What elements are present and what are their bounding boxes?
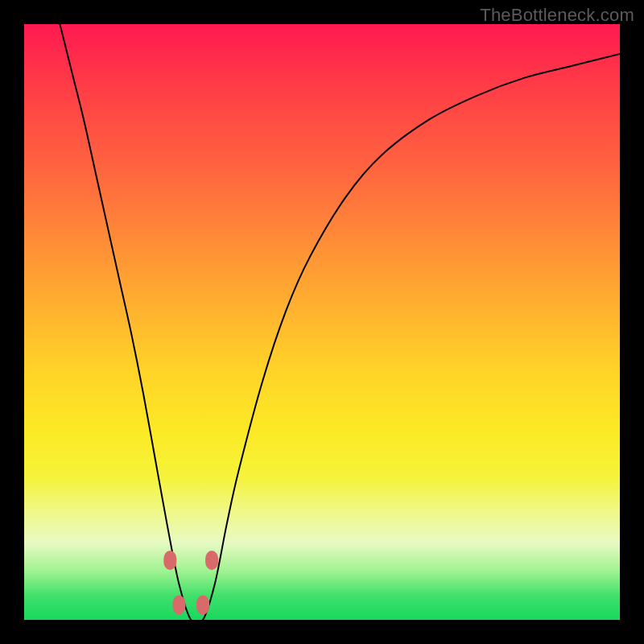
curve-markers (163, 551, 218, 615)
plot-area (24, 24, 620, 620)
curve-svg (24, 24, 620, 620)
bottleneck-curve (60, 24, 620, 620)
curve-marker (172, 596, 185, 615)
curve-marker (163, 551, 176, 570)
bottleneck-curve-path (60, 24, 620, 620)
watermark-text: TheBottleneck.com (480, 5, 634, 26)
chart-frame: TheBottleneck.com (0, 0, 644, 644)
curve-marker (196, 596, 209, 615)
curve-marker (205, 551, 218, 570)
